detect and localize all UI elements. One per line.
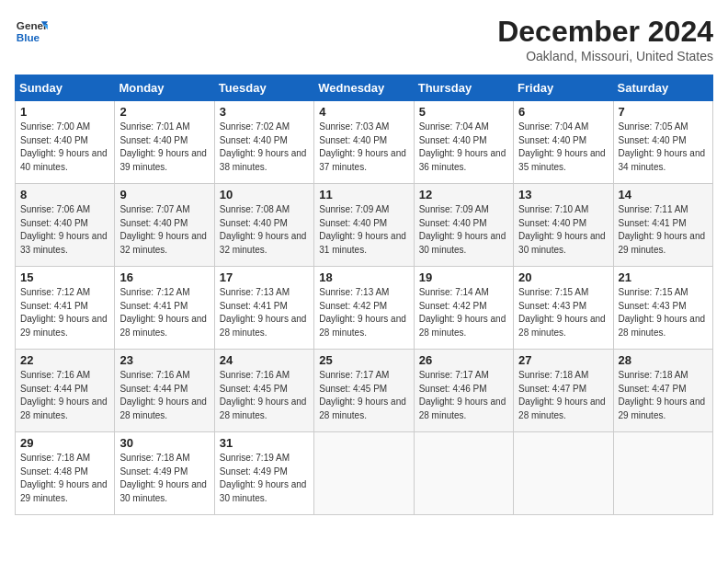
week-row-5: 29 Sunrise: 7:18 AM Sunset: 4:48 PM Dayl…: [16, 432, 713, 515]
day-number: 17: [220, 270, 309, 284]
calendar-cell: 21 Sunrise: 7:15 AM Sunset: 4:43 PM Dayl…: [613, 267, 712, 350]
week-row-4: 22 Sunrise: 7:16 AM Sunset: 4:44 PM Dayl…: [16, 350, 713, 432]
calendar-cell: 18 Sunrise: 7:13 AM Sunset: 4:42 PM Dayl…: [314, 267, 414, 350]
day-number: 2: [119, 105, 209, 119]
calendar-cell: 25 Sunrise: 7:17 AM Sunset: 4:45 PM Dayl…: [314, 350, 414, 432]
day-info: Sunrise: 7:18 AM Sunset: 4:49 PM Dayligh…: [119, 452, 209, 505]
calendar-cell: 13 Sunrise: 7:10 AM Sunset: 4:40 PM Dayl…: [514, 184, 613, 267]
calendar-cell: 29 Sunrise: 7:18 AM Sunset: 4:48 PM Dayl…: [16, 432, 115, 515]
day-info: Sunrise: 7:14 AM Sunset: 4:42 PM Dayligh…: [419, 286, 508, 339]
header-friday: Friday: [514, 75, 613, 101]
day-info: Sunrise: 7:08 AM Sunset: 4:40 PM Dayligh…: [220, 203, 309, 257]
calendar-cell: 28 Sunrise: 7:18 AM Sunset: 4:47 PM Dayl…: [613, 350, 712, 432]
day-number: 6: [518, 105, 608, 119]
day-info: Sunrise: 7:01 AM Sunset: 4:40 PM Dayligh…: [119, 121, 209, 174]
header-thursday: Thursday: [414, 75, 513, 101]
calendar-cell: 19 Sunrise: 7:14 AM Sunset: 4:42 PM Dayl…: [414, 267, 513, 350]
day-info: Sunrise: 7:11 AM Sunset: 4:41 PM Dayligh…: [619, 203, 708, 257]
calendar-cell: 7 Sunrise: 7:05 AM Sunset: 4:40 PM Dayli…: [613, 101, 712, 184]
calendar-cell: 11 Sunrise: 7:09 AM Sunset: 4:40 PM Dayl…: [314, 184, 414, 267]
day-info: Sunrise: 7:13 AM Sunset: 4:42 PM Dayligh…: [319, 286, 408, 339]
calendar-cell: 8 Sunrise: 7:06 AM Sunset: 4:40 PM Dayli…: [16, 184, 115, 267]
day-info: Sunrise: 7:03 AM Sunset: 4:40 PM Dayligh…: [319, 121, 408, 174]
day-number: 29: [20, 436, 109, 450]
svg-text:Blue: Blue: [17, 31, 40, 43]
calendar-cell: 2 Sunrise: 7:01 AM Sunset: 4:40 PM Dayli…: [115, 101, 214, 184]
day-info: Sunrise: 7:17 AM Sunset: 4:45 PM Dayligh…: [319, 369, 408, 422]
day-number: 7: [619, 105, 708, 119]
calendar-cell: 17 Sunrise: 7:13 AM Sunset: 4:41 PM Dayl…: [214, 267, 313, 350]
day-number: 8: [20, 188, 109, 201]
calendar-cell: 3 Sunrise: 7:02 AM Sunset: 4:40 PM Dayli…: [214, 101, 313, 184]
day-info: Sunrise: 7:18 AM Sunset: 4:47 PM Dayligh…: [619, 369, 708, 422]
day-number: 15: [20, 270, 109, 284]
day-info: Sunrise: 7:07 AM Sunset: 4:40 PM Dayligh…: [119, 203, 209, 257]
header-saturday: Saturday: [613, 75, 712, 101]
day-info: Sunrise: 7:15 AM Sunset: 4:43 PM Dayligh…: [518, 286, 608, 339]
day-info: Sunrise: 7:00 AM Sunset: 4:40 PM Dayligh…: [20, 121, 109, 174]
day-info: Sunrise: 7:04 AM Sunset: 4:40 PM Dayligh…: [518, 121, 608, 174]
day-number: 23: [119, 353, 209, 367]
calendar-cell: 9 Sunrise: 7:07 AM Sunset: 4:40 PM Dayli…: [115, 184, 214, 267]
day-info: Sunrise: 7:06 AM Sunset: 4:40 PM Dayligh…: [20, 203, 109, 257]
calendar-title: December 2024: [497, 15, 713, 49]
day-number: 5: [419, 105, 508, 119]
day-info: Sunrise: 7:05 AM Sunset: 4:40 PM Dayligh…: [619, 121, 708, 174]
day-number: 13: [518, 188, 608, 201]
day-number: 30: [119, 436, 209, 450]
day-info: Sunrise: 7:16 AM Sunset: 4:44 PM Dayligh…: [20, 369, 109, 422]
week-row-3: 15 Sunrise: 7:12 AM Sunset: 4:41 PM Dayl…: [16, 267, 713, 350]
calendar-cell: 22 Sunrise: 7:16 AM Sunset: 4:44 PM Dayl…: [16, 350, 115, 432]
day-number: 3: [220, 105, 309, 119]
day-number: 1: [20, 105, 109, 119]
day-number: 22: [20, 353, 109, 367]
day-number: 16: [119, 270, 209, 284]
day-info: Sunrise: 7:09 AM Sunset: 4:40 PM Dayligh…: [319, 203, 408, 257]
day-info: Sunrise: 7:19 AM Sunset: 4:49 PM Dayligh…: [220, 452, 309, 505]
day-number: 12: [419, 188, 508, 201]
header-sunday: Sunday: [16, 75, 115, 101]
day-info: Sunrise: 7:13 AM Sunset: 4:41 PM Dayligh…: [220, 286, 309, 339]
calendar-cell: 1 Sunrise: 7:00 AM Sunset: 4:40 PM Dayli…: [16, 101, 115, 184]
day-number: 27: [518, 353, 608, 367]
day-number: 10: [220, 188, 309, 201]
calendar-cell: 24 Sunrise: 7:16 AM Sunset: 4:45 PM Dayl…: [214, 350, 313, 432]
calendar-cell: 5 Sunrise: 7:04 AM Sunset: 4:40 PM Dayli…: [414, 101, 513, 184]
calendar-cell: [414, 432, 513, 515]
day-info: Sunrise: 7:15 AM Sunset: 4:43 PM Dayligh…: [619, 286, 708, 339]
day-number: 28: [619, 353, 708, 367]
day-info: Sunrise: 7:02 AM Sunset: 4:40 PM Dayligh…: [220, 121, 309, 174]
day-info: Sunrise: 7:16 AM Sunset: 4:44 PM Dayligh…: [119, 369, 209, 422]
day-number: 20: [518, 270, 608, 284]
day-info: Sunrise: 7:18 AM Sunset: 4:47 PM Dayligh…: [518, 369, 608, 422]
page-header: General Blue December 2024 Oakland, Miss…: [15, 15, 713, 63]
calendar-cell: 10 Sunrise: 7:08 AM Sunset: 4:40 PM Dayl…: [214, 184, 313, 267]
day-number: 21: [619, 270, 708, 284]
logo-icon: General Blue: [15, 15, 48, 48]
title-area: December 2024 Oakland, Missouri, United …: [497, 15, 713, 63]
calendar-cell: 4 Sunrise: 7:03 AM Sunset: 4:40 PM Dayli…: [314, 101, 414, 184]
day-number: 9: [119, 188, 209, 201]
day-info: Sunrise: 7:10 AM Sunset: 4:40 PM Dayligh…: [518, 203, 608, 257]
day-number: 31: [220, 436, 309, 450]
day-number: 11: [319, 188, 408, 201]
calendar-cell: [514, 432, 613, 515]
day-number: 18: [319, 270, 408, 284]
calendar-cell: 27 Sunrise: 7:18 AM Sunset: 4:47 PM Dayl…: [514, 350, 613, 432]
week-row-1: 1 Sunrise: 7:00 AM Sunset: 4:40 PM Dayli…: [16, 101, 713, 184]
calendar-cell: [613, 432, 712, 515]
day-info: Sunrise: 7:12 AM Sunset: 4:41 PM Dayligh…: [20, 286, 109, 339]
calendar-cell: 15 Sunrise: 7:12 AM Sunset: 4:41 PM Dayl…: [16, 267, 115, 350]
day-number: 24: [220, 353, 309, 367]
calendar-cell: 6 Sunrise: 7:04 AM Sunset: 4:40 PM Dayli…: [514, 101, 613, 184]
week-row-2: 8 Sunrise: 7:06 AM Sunset: 4:40 PM Dayli…: [16, 184, 713, 267]
calendar-cell: 20 Sunrise: 7:15 AM Sunset: 4:43 PM Dayl…: [514, 267, 613, 350]
header-tuesday: Tuesday: [214, 75, 313, 101]
day-info: Sunrise: 7:04 AM Sunset: 4:40 PM Dayligh…: [419, 121, 508, 174]
calendar-cell: 26 Sunrise: 7:17 AM Sunset: 4:46 PM Dayl…: [414, 350, 513, 432]
day-number: 19: [419, 270, 508, 284]
svg-text:General: General: [17, 19, 48, 31]
day-info: Sunrise: 7:09 AM Sunset: 4:40 PM Dayligh…: [419, 203, 508, 257]
calendar-cell: 30 Sunrise: 7:18 AM Sunset: 4:49 PM Dayl…: [115, 432, 214, 515]
header-monday: Monday: [115, 75, 214, 101]
